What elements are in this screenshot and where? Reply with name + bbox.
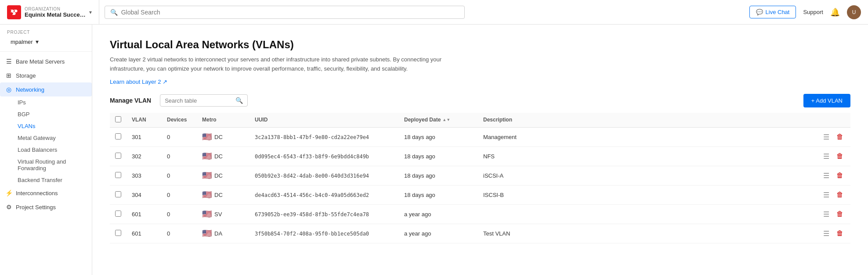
- sidebar-item-networking[interactable]: ◎ Networking: [0, 82, 92, 96]
- main-content: Virtual Local Area Networks (VLANs) Crea…: [92, 25, 868, 275]
- row-delete-button[interactable]: 🗑: [835, 132, 845, 142]
- row-delete-button[interactable]: 🗑: [835, 171, 845, 180]
- row-checkbox[interactable]: [115, 153, 121, 159]
- flag-icon: 🇺🇸: [202, 229, 212, 238]
- row-devices: 0: [162, 224, 197, 243]
- row-checkbox-cell: [110, 224, 127, 243]
- row-deployed-date: 18 days ago: [399, 185, 478, 204]
- row-menu-button[interactable]: ☰: [821, 132, 831, 142]
- project-selector[interactable]: mpalmer ▾: [7, 36, 85, 47]
- sidebar-sub-load-balancers[interactable]: Load Balancers: [12, 144, 92, 156]
- org-dropdown-arrow[interactable]: ▾: [89, 9, 92, 15]
- flag-icon: 🇺🇸: [202, 209, 212, 219]
- support-link[interactable]: Support: [803, 9, 823, 15]
- row-actions-cell: ☰ 🗑: [815, 185, 850, 204]
- sidebar-divider-1: [0, 51, 92, 52]
- sidebar-item-bare-metal[interactable]: ☰ Bare Metal Servers: [0, 54, 92, 68]
- uuid-text: 3c2a1378-8bb1-47bf-9e80-cd2a22ee79e4: [255, 134, 369, 140]
- row-checkbox[interactable]: [115, 172, 121, 178]
- sidebar-sub-vrf[interactable]: Virtual Routing and Forwarding: [12, 156, 92, 174]
- row-checkbox[interactable]: [115, 191, 121, 197]
- row-deployed-date: 18 days ago: [399, 127, 478, 146]
- page-title: Virtual Local Area Networks (VLANs): [110, 39, 850, 51]
- row-delete-button[interactable]: 🗑: [835, 190, 845, 200]
- project-label: PROJECT: [7, 30, 85, 35]
- row-devices: 0: [162, 204, 197, 224]
- notification-icon[interactable]: 🔔: [830, 7, 840, 17]
- sidebar-sub-ips[interactable]: IPs: [12, 96, 92, 108]
- org-name: Equinix Metal Succe…: [25, 11, 86, 18]
- row-checkbox[interactable]: [115, 230, 121, 236]
- table-controls: Manage VLAN 🔍 + Add VLAN: [110, 94, 850, 107]
- server-icon: ☰: [5, 58, 12, 65]
- user-avatar[interactable]: U: [847, 5, 861, 19]
- row-menu-button[interactable]: ☰: [821, 229, 831, 239]
- sidebar-item-label-project-settings: Project Settings: [16, 204, 56, 211]
- metro-code: SV: [214, 211, 222, 218]
- learn-layer2-text: Learn about Layer 2: [110, 79, 161, 85]
- row-actions-cell: ☰ 🗑: [815, 127, 850, 146]
- sidebar-sub-load-balancers-label: Load Balancers: [18, 146, 57, 153]
- uuid-text: 0d095ec4-6543-4f33-b8f9-6e9bdd4c849b: [255, 154, 369, 160]
- row-checkbox-cell: [110, 204, 127, 224]
- search-table-container[interactable]: 🔍: [160, 94, 248, 107]
- row-menu-button[interactable]: ☰: [821, 190, 831, 200]
- sidebar-sub-vrf-label: Virtual Routing and Forwarding: [18, 158, 87, 171]
- sidebar-sub-bgp[interactable]: BGP: [12, 108, 92, 120]
- gear-icon: ⚙: [5, 204, 12, 211]
- row-uuid: 0d095ec4-6543-4f33-b8f9-6e9bdd4c849b: [250, 146, 399, 166]
- th-checkbox: [110, 113, 127, 128]
- row-delete-button[interactable]: 🗑: [835, 229, 845, 238]
- row-delete-button[interactable]: 🗑: [835, 151, 845, 161]
- sidebar-item-project-settings[interactable]: ⚙ Project Settings: [0, 200, 92, 214]
- sidebar-sub-vlans[interactable]: VLANs: [12, 120, 92, 132]
- row-menu-button[interactable]: ☰: [821, 171, 831, 181]
- row-menu-button[interactable]: ☰: [821, 151, 831, 161]
- row-uuid: 3f50b854-70f2-408a-95f0-bb1ece505da0: [250, 224, 399, 243]
- row-vlan: 601: [127, 224, 162, 243]
- sidebar-sub-backend-transfer-label: Backend Transfer: [18, 177, 62, 183]
- metro-code: DA: [214, 230, 222, 237]
- org-info: ORGANIZATION Equinix Metal Succe…: [25, 7, 86, 18]
- row-delete-button[interactable]: 🗑: [835, 209, 845, 219]
- sidebar-item-label-bare-metal: Bare Metal Servers: [16, 58, 65, 65]
- row-menu-button[interactable]: ☰: [821, 209, 831, 219]
- row-uuid: 050b92e3-8d42-4dab-8e00-640d3d316e94: [250, 166, 399, 185]
- row-actions-cell: ☰ 🗑: [815, 146, 850, 166]
- search-table-input[interactable]: [165, 97, 233, 104]
- networking-icon: ◎: [5, 86, 12, 93]
- add-vlan-button[interactable]: + Add VLAN: [803, 94, 850, 107]
- global-search-bar[interactable]: 🔍: [105, 6, 465, 19]
- sidebar-sub-backend-transfer[interactable]: Backend Transfer: [12, 174, 92, 186]
- row-checkbox[interactable]: [115, 211, 121, 217]
- th-vlan: VLAN: [127, 113, 162, 128]
- select-all-checkbox[interactable]: [115, 116, 121, 122]
- search-input[interactable]: [121, 9, 459, 16]
- row-actions-cell: ☰ 🗑: [815, 166, 850, 185]
- table-row: 303 0 🇺🇸 DC 050b92e3-8d42-4dab-8e00-640d…: [110, 166, 850, 185]
- row-metro: 🇺🇸 DA: [197, 224, 250, 243]
- row-vlan: 304: [127, 185, 162, 204]
- topbar-right: 💬 Live Chat Support 🔔 U: [749, 5, 861, 19]
- sidebar-item-interconnections[interactable]: ⚡ Interconnections: [0, 186, 92, 200]
- row-checkbox[interactable]: [115, 133, 121, 139]
- sidebar-sub-metal-gateway[interactable]: Metal Gateway: [12, 132, 92, 144]
- row-actions-cell: ☰ 🗑: [815, 204, 850, 224]
- uuid-text: 3f50b854-70f2-408a-95f0-bb1ece505da0: [255, 231, 369, 237]
- row-uuid: 3c2a1378-8bb1-47bf-9e80-cd2a22ee79e4: [250, 127, 399, 146]
- flag-icon: 🇺🇸: [202, 190, 212, 200]
- uuid-text: 6739052b-ee39-458d-8f3b-55fde7c4ea78: [255, 211, 369, 218]
- th-deployed-date[interactable]: Deployed Date ▲▼: [399, 113, 478, 128]
- sidebar-networking-sub: IPs BGP VLANs Metal Gateway Load Balance…: [0, 96, 92, 186]
- row-deployed-date: 18 days ago: [399, 166, 478, 185]
- uuid-text: de4acd63-4514-456c-b4c0-49a05d663ed2: [255, 192, 369, 198]
- row-description: Test VLAN: [478, 224, 815, 243]
- row-vlan: 302: [127, 146, 162, 166]
- learn-layer2-link[interactable]: Learn about Layer 2 ↗: [110, 79, 167, 85]
- flag-icon: 🇺🇸: [202, 151, 212, 161]
- sidebar-item-storage[interactable]: ⊞ Storage: [0, 68, 92, 82]
- layout: PROJECT mpalmer ▾ ☰ Bare Metal Servers ⊞…: [0, 25, 868, 275]
- sort-deployed-icon: ▲▼: [442, 118, 450, 122]
- interconnections-icon: ⚡: [5, 189, 12, 196]
- live-chat-button[interactable]: 💬 Live Chat: [749, 6, 796, 18]
